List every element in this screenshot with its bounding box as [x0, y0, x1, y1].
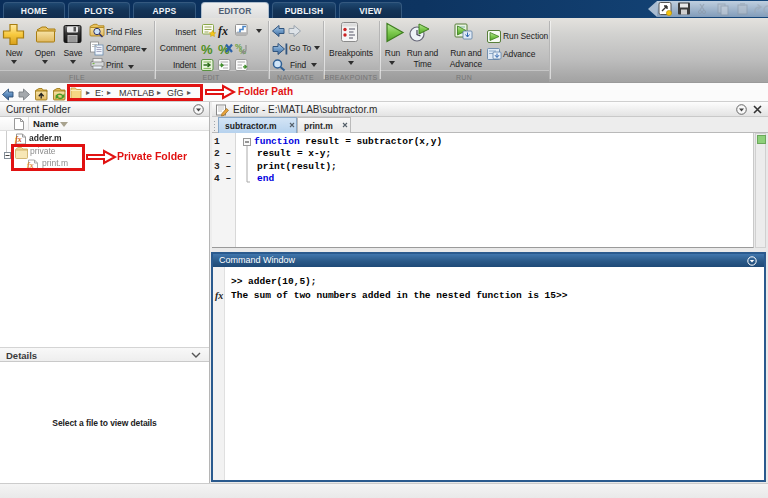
svg-text:fx: fx [218, 24, 228, 38]
svg-text:fx: fx [15, 135, 22, 144]
svg-text:%: % [201, 42, 213, 57]
